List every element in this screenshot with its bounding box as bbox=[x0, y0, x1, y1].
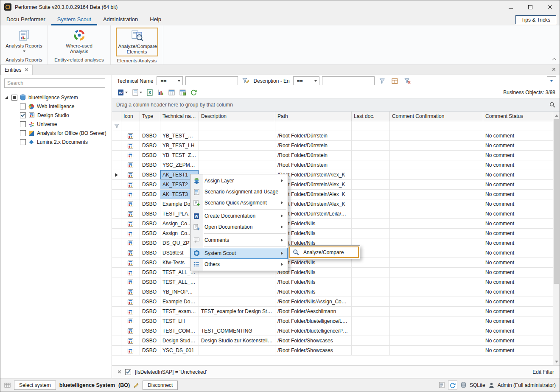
cell-comment-confirmation[interactable] bbox=[390, 229, 483, 238]
cell-last-doc[interactable] bbox=[352, 336, 390, 346]
remove-filter-icon[interactable] bbox=[118, 370, 121, 374]
cell-description[interactable] bbox=[199, 316, 275, 326]
tab-close-icon[interactable] bbox=[25, 68, 28, 72]
checkbox[interactable] bbox=[20, 130, 26, 136]
cell-type[interactable]: DSBO bbox=[140, 307, 160, 316]
cell-icon[interactable] bbox=[121, 346, 140, 356]
table-row[interactable]: DSBOYB_TEST_LH/Root Folder/DürrsteinNo c… bbox=[112, 141, 553, 151]
search-input[interactable] bbox=[4, 78, 105, 88]
table-row[interactable]: DSBOTEST_ALL_CO.../Root Folder/NilsNo co… bbox=[112, 268, 553, 277]
cell-comment-confirmation[interactable] bbox=[390, 326, 483, 336]
cell-type[interactable]: DSBO bbox=[140, 258, 160, 268]
table-row[interactable]: DSBOAssign_Comm.../Root Folder/NilsNo co… bbox=[112, 229, 553, 238]
search-icon[interactable] bbox=[549, 102, 555, 108]
cell-comment-confirmation[interactable] bbox=[390, 287, 483, 297]
tab-administration[interactable]: Administration bbox=[97, 14, 144, 25]
export-excel-button[interactable]: X bbox=[147, 89, 153, 96]
cell-comment-confirmation[interactable] bbox=[390, 170, 483, 180]
cell-comment-status[interactable]: No comment bbox=[483, 219, 553, 229]
cell-path[interactable]: /Root Folder/bluetelligence/LHU bbox=[275, 316, 352, 326]
cell-icon[interactable] bbox=[121, 209, 140, 219]
collapse-ribbon-button[interactable] bbox=[553, 59, 556, 62]
filter-cell-type[interactable] bbox=[140, 121, 160, 131]
cell-comment-confirmation[interactable] bbox=[390, 199, 483, 209]
analysis-reports-button[interactable]: Analysis Reports bbox=[3, 28, 45, 56]
table-row[interactable]: DSBOTEST_LH/Root Folder/bluetelligence/L… bbox=[112, 316, 553, 326]
cell-comment-confirmation[interactable] bbox=[390, 258, 483, 268]
cell-comment-status[interactable]: No comment bbox=[483, 229, 553, 238]
cell-comment-status[interactable]: No comment bbox=[483, 151, 553, 160]
description-operator-select[interactable]: == bbox=[293, 76, 319, 85]
cell-last-doc[interactable] bbox=[352, 277, 390, 287]
tabstrip-close-icon[interactable] bbox=[552, 67, 556, 71]
cell-icon[interactable] bbox=[121, 258, 140, 268]
cell-last-doc[interactable] bbox=[352, 268, 390, 277]
cell-last-doc[interactable] bbox=[352, 316, 390, 326]
cell-comment-confirmation[interactable] bbox=[390, 151, 483, 160]
cell-comment-status[interactable]: No comment bbox=[483, 316, 553, 326]
cell-comment-confirmation[interactable] bbox=[390, 307, 483, 316]
vertical-scrollbar[interactable] bbox=[553, 112, 560, 365]
menu-item-analyze-compare[interactable]: Analyze/Compare bbox=[289, 246, 359, 258]
tree-item-universe[interactable]: Universe bbox=[0, 120, 112, 129]
cell-type[interactable]: DSBO bbox=[140, 141, 160, 151]
cell-icon[interactable] bbox=[121, 160, 140, 170]
filter-cell-comment-confirmation[interactable] bbox=[390, 121, 483, 131]
cell-comment-status[interactable]: No comment bbox=[483, 336, 553, 346]
cell-comment-confirmation[interactable] bbox=[390, 141, 483, 151]
cell-comment-confirmation[interactable] bbox=[390, 316, 483, 326]
cell-last-doc[interactable] bbox=[352, 209, 390, 219]
filter-cell-last-doc[interactable] bbox=[352, 121, 390, 131]
column-header-last-doc[interactable]: Last doc. bbox=[352, 112, 390, 121]
technical-name-operator-select[interactable]: == bbox=[157, 76, 183, 85]
menu-item-open-documentation[interactable]: Open Documentation bbox=[190, 221, 288, 232]
tree-item-bluetelligence-system[interactable]: bluetelligence System bbox=[0, 93, 112, 102]
cell-comment-confirmation[interactable] bbox=[390, 209, 483, 219]
cell-comment-status[interactable]: No comment bbox=[483, 141, 553, 151]
cell-type[interactable]: DSBO bbox=[140, 131, 160, 141]
cell-type[interactable]: DSBO bbox=[140, 346, 160, 356]
cell-comment-status[interactable]: No comment bbox=[483, 248, 553, 258]
cell-path[interactable]: /Root Folder/Nils bbox=[275, 277, 352, 287]
analyze-compare-elements-button[interactable]: Analyze/Compare Elements bbox=[116, 28, 158, 56]
cell-comment-confirmation[interactable] bbox=[390, 219, 483, 229]
filter-enabled-checkbox[interactable] bbox=[125, 369, 131, 375]
cell-path[interactable]: /Root Folder/Dürrstein bbox=[275, 141, 352, 151]
cell-last-doc[interactable] bbox=[352, 160, 390, 170]
tab-docu-performer[interactable]: Docu Performer bbox=[0, 14, 51, 25]
cell-technical-name[interactable]: TEST_example bbox=[160, 307, 199, 316]
scroll-up-button[interactable] bbox=[553, 112, 560, 118]
select-system-button[interactable]: Select system bbox=[14, 381, 56, 390]
cell-icon[interactable] bbox=[121, 277, 140, 287]
cell-technical-name[interactable]: YB_TEST_LH bbox=[160, 141, 199, 151]
expander-icon[interactable] bbox=[5, 95, 9, 99]
cell-comment-confirmation[interactable] bbox=[390, 180, 483, 190]
cell-last-doc[interactable] bbox=[352, 131, 390, 141]
cell-description[interactable]: TEST_COMMENTING bbox=[199, 326, 275, 336]
cell-description[interactable] bbox=[199, 346, 275, 356]
cell-last-doc[interactable] bbox=[352, 326, 390, 336]
menu-item-others[interactable]: Others bbox=[190, 259, 288, 270]
filter-cell-description[interactable] bbox=[199, 121, 275, 131]
cell-last-doc[interactable] bbox=[352, 287, 390, 297]
cell-comment-status[interactable]: No comment bbox=[483, 238, 553, 248]
cell-path[interactable]: /Root Folder/Showcases bbox=[275, 346, 352, 356]
cell-last-doc[interactable] bbox=[352, 151, 390, 160]
cell-comment-status[interactable]: No comment bbox=[483, 307, 553, 316]
table-row[interactable]: DSBOYB_TEST_ZOHO/Root Folder/DürrsteinNo… bbox=[112, 151, 553, 160]
table-row[interactable]: DSBODesign Studio z...Design Studio zur … bbox=[112, 336, 553, 346]
scrollbar-thumb[interactable] bbox=[554, 119, 559, 284]
table-row[interactable]: DSBOAK_TEST2/Root Folder/Dürrstein/Alex_… bbox=[112, 180, 553, 190]
sync-button[interactable] bbox=[448, 381, 457, 389]
filter-cell-path[interactable] bbox=[275, 121, 352, 131]
table-row[interactable]: DSBOAK_TEST3/Root Folder/Dürrstein/Alex_… bbox=[112, 190, 553, 199]
filter-expression[interactable]: [IsDeletedInSAP] = 'Unchecked' bbox=[135, 369, 207, 375]
cell-comment-confirmation[interactable] bbox=[390, 268, 483, 277]
cell-type[interactable]: DSBO bbox=[140, 277, 160, 287]
table-row[interactable]: DSBOYB_TEST_GRAPH/Root Folder/DürrsteinN… bbox=[112, 131, 553, 141]
filter-cell-icon[interactable] bbox=[121, 121, 140, 131]
cell-icon[interactable] bbox=[121, 336, 140, 346]
cell-type[interactable]: DSBO bbox=[140, 219, 160, 229]
cell-type[interactable]: DSBO bbox=[140, 209, 160, 219]
cell-technical-name[interactable]: YSC_ZEPM001 bbox=[160, 160, 199, 170]
